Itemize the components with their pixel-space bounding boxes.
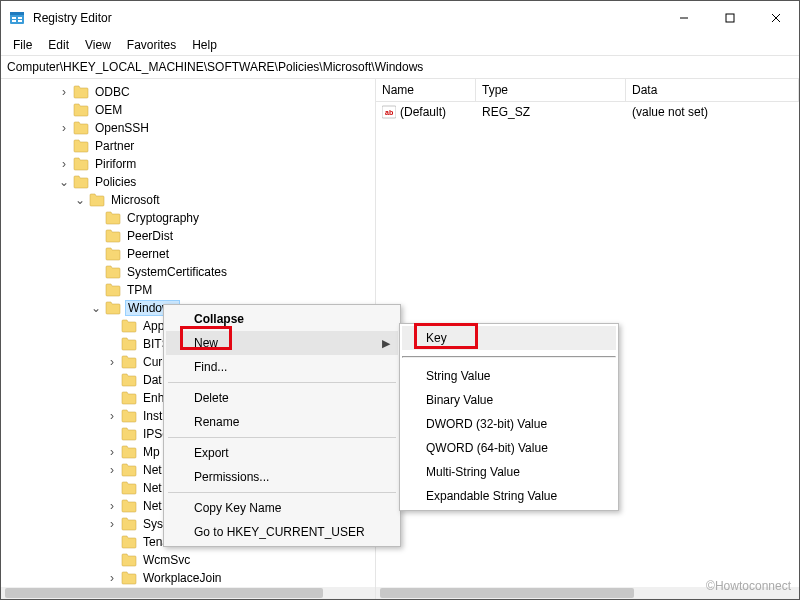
chevron-right-icon[interactable]: › xyxy=(105,356,119,368)
reg-sz-icon: ab xyxy=(382,105,396,119)
tree-item-label: Cur xyxy=(141,355,164,369)
folder-icon xyxy=(73,85,89,99)
chevron-right-icon: › xyxy=(89,284,103,296)
tree-item[interactable]: ›WorkplaceJoin xyxy=(1,569,375,587)
ctx-permissions[interactable]: Permissions... xyxy=(166,465,398,489)
tree-item[interactable]: ›Cryptography xyxy=(1,209,375,227)
folder-icon xyxy=(121,319,137,333)
chevron-down-icon[interactable]: ⌄ xyxy=(89,302,103,314)
chevron-down-icon[interactable]: ⌄ xyxy=(73,194,87,206)
tree-item[interactable]: ›ODBC xyxy=(1,83,375,101)
folder-icon xyxy=(121,337,137,351)
ctx-export[interactable]: Export xyxy=(166,441,398,465)
chevron-right-icon: › xyxy=(105,374,119,386)
col-data[interactable]: Data xyxy=(626,79,799,101)
folder-icon xyxy=(121,553,137,567)
chevron-right-icon: › xyxy=(89,230,103,242)
sub-string-value[interactable]: String Value xyxy=(402,364,616,388)
menu-edit[interactable]: Edit xyxy=(40,36,77,54)
chevron-right-icon[interactable]: › xyxy=(105,518,119,530)
folder-icon xyxy=(121,481,137,495)
sub-key[interactable]: Key xyxy=(402,326,616,350)
ctx-copy-key-name[interactable]: Copy Key Name xyxy=(166,496,398,520)
folder-icon xyxy=(89,193,105,207)
ctx-new[interactable]: New▶ xyxy=(166,331,398,355)
window-title: Registry Editor xyxy=(33,11,112,25)
tree-scrollbar[interactable] xyxy=(1,587,375,599)
folder-icon xyxy=(121,463,137,477)
menu-file[interactable]: File xyxy=(5,36,40,54)
tree-item-label: Cryptography xyxy=(125,211,201,225)
tree-item-label: Inst xyxy=(141,409,164,423)
tree-item[interactable]: ›OpenSSH xyxy=(1,119,375,137)
col-name[interactable]: Name xyxy=(376,79,476,101)
chevron-right-icon[interactable]: › xyxy=(57,122,71,134)
folder-icon xyxy=(105,211,121,225)
tree-item[interactable]: ›WcmSvc xyxy=(1,551,375,569)
chevron-right-icon[interactable]: › xyxy=(57,158,71,170)
col-type[interactable]: Type xyxy=(476,79,626,101)
chevron-down-icon[interactable]: ⌄ xyxy=(57,176,71,188)
tree-item[interactable]: ›PeerDist xyxy=(1,227,375,245)
tree-item-label: OEM xyxy=(93,103,124,117)
ctx-delete[interactable]: Delete xyxy=(166,386,398,410)
sub-multi-string-value[interactable]: Multi-String Value xyxy=(402,460,616,484)
tree-item-label: Peernet xyxy=(125,247,171,261)
value-type: REG_SZ xyxy=(482,105,530,119)
column-headers: Name Type Data xyxy=(376,79,799,102)
chevron-right-icon[interactable]: › xyxy=(105,500,119,512)
svg-rect-1 xyxy=(10,12,24,15)
tree-item[interactable]: ›TPM xyxy=(1,281,375,299)
svg-rect-2 xyxy=(12,17,16,19)
chevron-right-icon: › xyxy=(105,554,119,566)
tree-item[interactable]: ⌄Microsoft xyxy=(1,191,375,209)
minimize-button[interactable] xyxy=(661,1,707,35)
tree-item[interactable]: ›OEM xyxy=(1,101,375,119)
menu-help[interactable]: Help xyxy=(184,36,225,54)
chevron-right-icon[interactable]: › xyxy=(105,410,119,422)
folder-icon xyxy=(121,499,137,513)
menu-favorites[interactable]: Favorites xyxy=(119,36,184,54)
watermark: ©Howtoconnect xyxy=(706,579,791,593)
ctx-find[interactable]: Find... xyxy=(166,355,398,379)
ctx-collapse[interactable]: Collapse xyxy=(166,307,398,331)
folder-icon xyxy=(105,265,121,279)
tree-item[interactable]: ›SystemCertificates xyxy=(1,263,375,281)
tree-item-label: Net xyxy=(141,481,164,495)
sub-expandable-string-value[interactable]: Expandable String Value xyxy=(402,484,616,508)
close-button[interactable] xyxy=(753,1,799,35)
chevron-right-icon[interactable]: › xyxy=(105,464,119,476)
tree-item-label: Piriform xyxy=(93,157,138,171)
maximize-button[interactable] xyxy=(707,1,753,35)
folder-icon xyxy=(105,283,121,297)
tree-item-label: ODBC xyxy=(93,85,132,99)
tree-item[interactable]: ›Peernet xyxy=(1,245,375,263)
tree-item[interactable]: ›Partner xyxy=(1,137,375,155)
tree-item[interactable]: ›Piriform xyxy=(1,155,375,173)
sub-dword-value[interactable]: DWORD (32-bit) Value xyxy=(402,412,616,436)
ctx-rename[interactable]: Rename xyxy=(166,410,398,434)
value-name: (Default) xyxy=(400,105,446,119)
sub-qword-value[interactable]: QWORD (64-bit) Value xyxy=(402,436,616,460)
tree-item[interactable]: ⌄Policies xyxy=(1,173,375,191)
tree-item-label: PeerDist xyxy=(125,229,175,243)
address-bar[interactable]: Computer\HKEY_LOCAL_MACHINE\SOFTWARE\Pol… xyxy=(1,55,799,79)
tree-item-label: SystemCertificates xyxy=(125,265,229,279)
chevron-right-icon[interactable]: › xyxy=(57,86,71,98)
chevron-right-icon: › xyxy=(57,104,71,116)
chevron-right-icon[interactable]: › xyxy=(105,446,119,458)
tree-item-label: Dat xyxy=(141,373,164,387)
window: Registry Editor File Edit View Favorites… xyxy=(0,0,800,600)
chevron-right-icon: › xyxy=(89,212,103,224)
tree-item-label: Mp xyxy=(141,445,162,459)
sub-binary-value[interactable]: Binary Value xyxy=(402,388,616,412)
ctx-goto-hkcu[interactable]: Go to HKEY_CURRENT_USER xyxy=(166,520,398,544)
chevron-right-icon[interactable]: › xyxy=(105,572,119,584)
folder-icon xyxy=(121,373,137,387)
folder-icon xyxy=(73,103,89,117)
menu-view[interactable]: View xyxy=(77,36,119,54)
tree-item-label: TPM xyxy=(125,283,154,297)
value-data: (value not set) xyxy=(632,105,708,119)
value-row[interactable]: ab (Default) REG_SZ (value not set) xyxy=(376,102,799,122)
svg-rect-5 xyxy=(18,20,22,22)
